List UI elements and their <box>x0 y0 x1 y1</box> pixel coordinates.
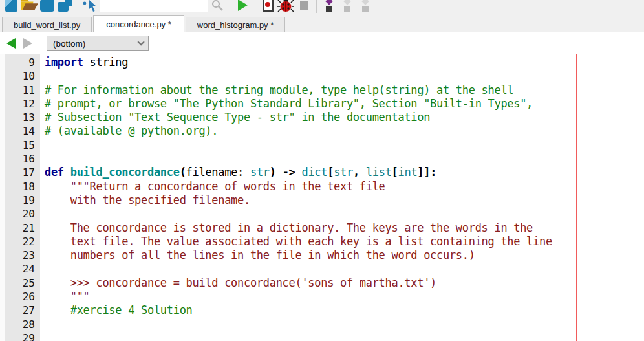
line-number: 29 <box>5 331 35 341</box>
line-number: 20 <box>5 207 35 221</box>
code-line[interactable]: #xercise 4 Solution <box>45 303 644 317</box>
code-line[interactable]: # (available @ python.org). <box>45 124 644 138</box>
line-number: 13 <box>5 111 35 124</box>
line-number: 17 <box>5 166 35 179</box>
forward-button <box>16 38 32 49</box>
code-line[interactable]: # For information about the string modul… <box>45 83 644 97</box>
code-line[interactable]: numbers of all the lines in the file in … <box>45 248 644 262</box>
code-line[interactable]: The concordance is stored in a dictionar… <box>45 221 644 235</box>
code-pane[interactable]: import string# For information about the… <box>40 54 644 341</box>
code-line[interactable] <box>45 207 644 221</box>
line-number: 22 <box>5 235 35 248</box>
open-file-icon[interactable] <box>20 0 38 14</box>
debug-bug-icon[interactable] <box>277 0 295 14</box>
editor-nav-bar: (bottom) <box>0 32 644 54</box>
edge-of-text-ruler <box>576 54 577 341</box>
line-number: 9 <box>5 56 35 69</box>
code-line[interactable]: # Subsection "Text Sequence Type - str" … <box>45 111 644 124</box>
code-line[interactable] <box>45 262 644 276</box>
step-out-icon <box>356 0 374 14</box>
code-line[interactable] <box>45 138 644 152</box>
line-number: 18 <box>5 180 35 193</box>
line-number: 28 <box>5 318 35 331</box>
line-number: 24 <box>5 262 35 276</box>
line-number: 23 <box>5 248 35 262</box>
tab-build-word-list-py[interactable]: build_word_list.py <box>2 17 92 32</box>
line-number: 19 <box>5 193 35 207</box>
chevron-down-icon <box>137 38 144 45</box>
code-editor[interactable]: 9101112131415161718192021222324252627282… <box>0 54 644 341</box>
code-line[interactable] <box>45 318 644 331</box>
line-number: 16 <box>5 152 35 166</box>
code-line[interactable] <box>45 152 644 166</box>
line-number: 11 <box>5 83 35 97</box>
tab-bar: build_word_list.pyconcordance.py *word_h… <box>0 14 644 32</box>
line-number: 26 <box>5 290 35 303</box>
toolbar-separator <box>316 0 317 13</box>
stop-icon <box>295 0 313 14</box>
line-number: 14 <box>5 124 35 138</box>
search-icon <box>208 0 226 14</box>
code-line[interactable]: """Return a concordance of words in the … <box>45 180 644 193</box>
position-dropdown-value: (bottom) <box>53 39 85 49</box>
goto-selection-icon[interactable] <box>81 0 100 14</box>
tab-concordance-py[interactable]: concordance.py * <box>93 15 184 32</box>
line-number: 12 <box>5 97 35 111</box>
breakpoint-page-icon[interactable] <box>259 0 277 14</box>
breakpoint-margin[interactable] <box>0 54 5 341</box>
code-line[interactable]: def build_concordance(filename: str) -> … <box>45 166 644 179</box>
code-line[interactable]: text file. The value associated with eac… <box>45 235 644 248</box>
code-line[interactable]: with the specified filename. <box>45 193 644 207</box>
tab-word-histogram-py[interactable]: word_histogram.py * <box>186 17 286 32</box>
line-number: 15 <box>5 138 35 152</box>
save-icon[interactable] <box>38 0 56 14</box>
position-dropdown[interactable]: (bottom) <box>47 36 149 51</box>
code-line[interactable]: >>> concordance = build_concordance('son… <box>45 276 644 290</box>
line-number-gutter: 9101112131415161718192021222324252627282… <box>5 54 40 341</box>
code-line[interactable] <box>45 331 644 341</box>
line-number: 21 <box>5 221 35 235</box>
save-all-icon[interactable] <box>56 0 74 14</box>
toolbar-separator <box>255 0 255 13</box>
code-line[interactable]: """ <box>45 290 644 303</box>
back-button[interactable] <box>6 38 16 49</box>
toolbar <box>0 0 644 14</box>
code-line[interactable] <box>45 69 644 83</box>
toolbar-separator <box>78 0 78 13</box>
step-into-icon[interactable] <box>320 0 338 14</box>
run-icon[interactable] <box>233 0 252 14</box>
toolbar-search-input[interactable] <box>100 0 208 12</box>
line-number: 10 <box>5 69 35 83</box>
new-file-icon[interactable] <box>2 0 20 14</box>
toolbar-separator <box>230 0 230 13</box>
line-number: 27 <box>5 303 35 317</box>
step-over-icon <box>338 0 356 14</box>
line-number: 25 <box>5 276 35 290</box>
code-line[interactable]: import string <box>45 56 644 69</box>
code-line[interactable]: # prompt, or browse "The Python Standard… <box>45 97 644 111</box>
